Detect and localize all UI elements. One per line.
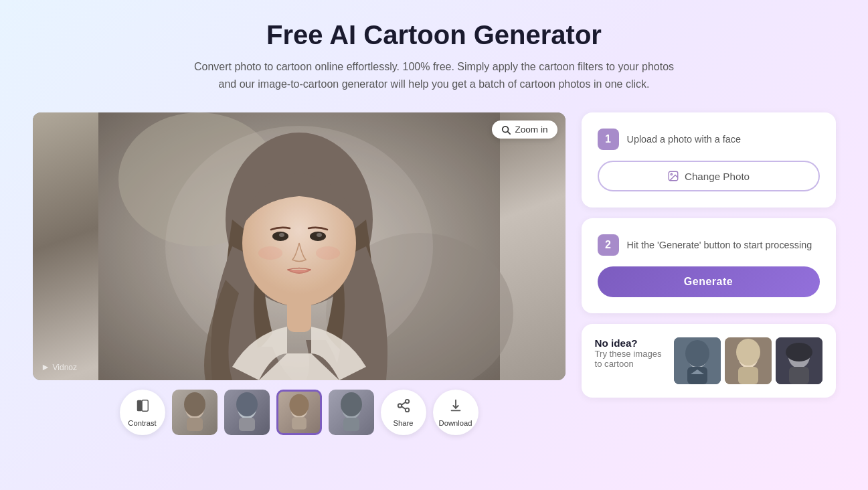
thumbnail-2[interactable] bbox=[224, 390, 270, 435]
download-button[interactable]: Download bbox=[433, 390, 479, 435]
idea-subtitle: Try these images to cartoon bbox=[595, 349, 666, 369]
thumbnail-3[interactable] bbox=[276, 390, 322, 435]
page-title: Free AI Cartoon Generator bbox=[33, 20, 836, 50]
svg-rect-29 bbox=[343, 418, 359, 431]
svg-point-31 bbox=[405, 400, 409, 404]
step2-badge: 2 bbox=[598, 234, 619, 256]
step1-header: 1 Upload a photo with a face bbox=[598, 129, 820, 150]
change-photo-label: Change Photo bbox=[685, 171, 750, 182]
search-icon bbox=[501, 125, 511, 135]
contrast-icon bbox=[135, 398, 150, 416]
svg-line-35 bbox=[402, 406, 406, 409]
svg-point-49 bbox=[786, 343, 812, 361]
step2-description: Hit the 'Generate' button to start proce… bbox=[627, 240, 812, 250]
step1-card: 1 Upload a photo with a face Change Phot… bbox=[582, 112, 836, 208]
idea-thumb-3[interactable] bbox=[776, 337, 822, 384]
idea-content: No idea? Try these images to cartoon bbox=[595, 337, 822, 384]
svg-rect-18 bbox=[142, 400, 148, 411]
step1-badge: 1 bbox=[598, 129, 619, 150]
idea-title: No idea? bbox=[595, 337, 666, 349]
contrast-label: Contrast bbox=[128, 419, 156, 427]
idea-images bbox=[674, 337, 822, 384]
svg-line-15 bbox=[508, 131, 511, 134]
step1-description: Upload a photo with a face bbox=[627, 134, 741, 145]
thumbnail-strip: Contrast bbox=[33, 390, 566, 435]
right-panel: 1 Upload a photo with a face Change Phot… bbox=[582, 112, 836, 398]
image-icon bbox=[667, 170, 679, 182]
download-label: Download bbox=[439, 419, 472, 427]
idea-card: No idea? Try these images to cartoon bbox=[582, 324, 836, 398]
share-label: Share bbox=[394, 419, 414, 427]
thumbnail-4[interactable] bbox=[329, 390, 374, 435]
share-button[interactable]: Share bbox=[381, 390, 426, 435]
svg-point-45 bbox=[736, 339, 760, 365]
watermark: Vidnoz bbox=[41, 363, 77, 372]
idea-thumb-2[interactable] bbox=[725, 337, 772, 384]
svg-rect-13 bbox=[98, 112, 500, 380]
svg-point-32 bbox=[398, 404, 402, 408]
svg-point-21 bbox=[184, 392, 205, 416]
svg-rect-23 bbox=[239, 418, 255, 431]
svg-point-33 bbox=[405, 408, 409, 412]
idea-thumb-1[interactable] bbox=[674, 337, 721, 384]
svg-point-41 bbox=[685, 340, 709, 367]
main-image bbox=[33, 112, 566, 380]
svg-marker-16 bbox=[42, 365, 48, 370]
zoom-label: Zoom in bbox=[515, 125, 547, 135]
svg-point-30 bbox=[341, 392, 362, 416]
main-content: Zoom in Vidnoz bbox=[33, 112, 836, 435]
step2-card: 2 Hit the 'Generate' button to start pro… bbox=[582, 218, 836, 313]
svg-rect-46 bbox=[738, 367, 758, 384]
svg-point-27 bbox=[289, 394, 309, 416]
page-subtitle: Convert photo to cartoon online effortle… bbox=[187, 58, 682, 92]
svg-rect-20 bbox=[187, 418, 203, 431]
idea-text: No idea? Try these images to cartoon bbox=[595, 337, 666, 369]
zoom-in-button[interactable]: Zoom in bbox=[492, 120, 557, 139]
left-panel: Zoom in Vidnoz bbox=[33, 112, 566, 435]
thumbnail-1[interactable] bbox=[172, 390, 218, 435]
svg-rect-50 bbox=[789, 367, 809, 384]
generate-label: Generate bbox=[684, 276, 733, 287]
generate-button[interactable]: Generate bbox=[598, 266, 820, 297]
contrast-button[interactable]: Contrast bbox=[120, 390, 165, 435]
portrait-svg bbox=[33, 112, 566, 380]
svg-rect-26 bbox=[292, 417, 307, 429]
svg-rect-17 bbox=[137, 400, 141, 411]
share-icon bbox=[396, 398, 411, 416]
svg-point-38 bbox=[671, 173, 672, 175]
header: Free AI Cartoon Generator Convert photo … bbox=[33, 20, 836, 92]
download-icon bbox=[448, 398, 463, 416]
svg-rect-42 bbox=[687, 367, 707, 384]
page-wrapper: Free AI Cartoon Generator Convert photo … bbox=[33, 20, 836, 435]
vidnoz-logo-icon bbox=[41, 363, 50, 372]
step2-header: 2 Hit the 'Generate' button to start pro… bbox=[598, 234, 820, 256]
svg-point-24 bbox=[236, 392, 258, 416]
change-photo-button[interactable]: Change Photo bbox=[598, 161, 820, 191]
image-container: Zoom in Vidnoz bbox=[33, 112, 566, 380]
svg-line-34 bbox=[402, 402, 406, 405]
